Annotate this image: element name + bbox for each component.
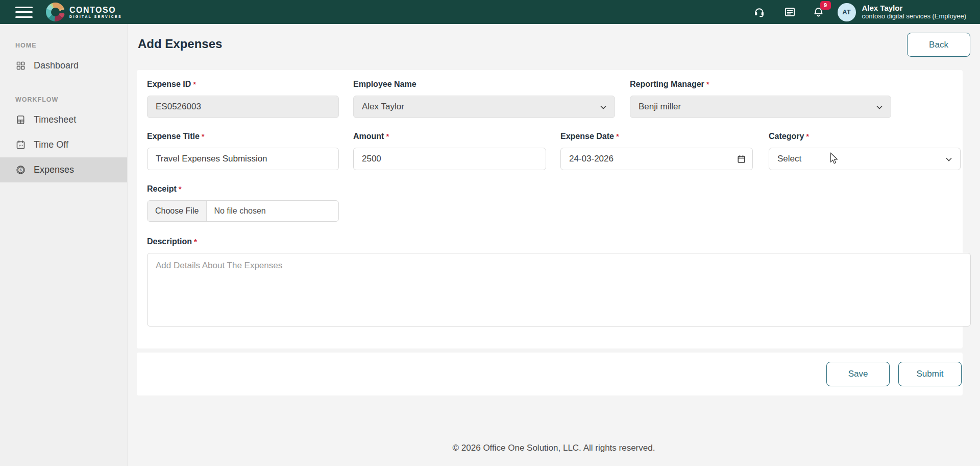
required-marker: *: [806, 132, 809, 141]
submit-button[interactable]: Submit: [898, 362, 962, 386]
chevron-down-icon: [599, 103, 607, 111]
required-marker: *: [179, 184, 182, 193]
sidebar-item-dashboard[interactable]: Dashboard: [0, 53, 127, 78]
sidebar-item-timesheet[interactable]: Timesheet: [0, 107, 127, 132]
expense-date-label: Expense Date*: [560, 132, 753, 141]
category-label: Category*: [769, 132, 961, 141]
required-marker: *: [616, 132, 619, 141]
main-content: Add Expenses Back Expense ID* Employee N…: [128, 24, 980, 466]
user-avatar[interactable]: AT: [838, 3, 856, 21]
user-org-role: contoso digital services (Employee): [862, 13, 966, 20]
app-header: CONTOSO DIGITAL SERVICES: [0, 0, 980, 24]
sidebar-item-label: Timesheet: [34, 114, 76, 125]
employee-name-select[interactable]: Alex Taylor: [353, 96, 615, 118]
category-select[interactable]: Select: [769, 148, 961, 170]
reporting-manager-value: Benji miller: [639, 102, 681, 112]
sidebar-item-timeoff[interactable]: Time Off: [0, 132, 127, 157]
notification-count-badge: 9: [820, 1, 831, 10]
chevron-down-icon: [945, 155, 953, 164]
expense-id-input: [147, 96, 339, 118]
contoso-logo-icon: [46, 3, 65, 21]
back-button[interactable]: Back: [907, 33, 970, 57]
user-menu[interactable]: Alex Taylor contoso digital services (Em…: [862, 4, 966, 20]
expense-form-card: Expense ID* Employee Name Alex Taylor Re…: [137, 70, 963, 348]
file-chosen-status: No file chosen: [207, 206, 265, 216]
page-title: Add Expenses: [138, 37, 222, 51]
sidebar-section-workflow: WORKFLOW: [15, 96, 127, 103]
svg-text:$: $: [19, 168, 22, 172]
category-value: Select: [777, 154, 801, 164]
sidebar-section-home: HOME: [15, 42, 127, 49]
expense-id-label: Expense ID*: [147, 80, 339, 89]
save-button[interactable]: Save: [826, 362, 890, 386]
sidebar-item-label: Expenses: [34, 165, 74, 175]
notifications-bell-icon[interactable]: 9: [812, 6, 825, 19]
timesheet-icon: [15, 114, 26, 125]
chevron-down-icon: [875, 103, 884, 111]
description-textarea[interactable]: [147, 253, 971, 327]
headset-icon[interactable]: [753, 6, 766, 19]
choose-file-button[interactable]: Choose File: [148, 201, 207, 221]
copyright-footer: © 2026 Office One Solution, LLC. All rig…: [128, 443, 980, 453]
calendar-icon: [15, 139, 26, 150]
sidebar-item-expenses[interactable]: $ Expenses: [0, 157, 127, 182]
receipt-label: Receipt*: [147, 184, 339, 194]
description-label: Description*: [147, 237, 971, 246]
sidebar-item-label: Dashboard: [34, 60, 79, 71]
hamburger-menu-icon[interactable]: [15, 7, 33, 18]
expense-title-label: Expense Title*: [147, 132, 339, 141]
expense-title-input[interactable]: [147, 148, 339, 170]
news-feed-icon[interactable]: [783, 6, 797, 19]
brand-tagline: DIGITAL SERVICES: [69, 14, 122, 19]
receipt-file-input[interactable]: Choose File No file chosen: [147, 200, 339, 222]
required-marker: *: [193, 80, 196, 88]
employee-name-label: Employee Name: [353, 80, 615, 89]
expense-date-input[interactable]: [560, 148, 753, 170]
user-name: Alex Taylor: [862, 4, 966, 12]
reporting-manager-select[interactable]: Benji miller: [630, 96, 891, 118]
sidebar-item-label: Time Off: [34, 139, 68, 150]
required-marker: *: [386, 132, 389, 141]
grid-icon: [15, 60, 26, 71]
required-marker: *: [194, 237, 197, 246]
employee-name-value: Alex Taylor: [362, 102, 404, 112]
reporting-manager-label: Reporting Manager*: [630, 80, 891, 89]
required-marker: *: [706, 80, 709, 88]
form-actions-card: Save Submit: [137, 353, 963, 395]
amount-input[interactable]: [353, 148, 546, 170]
required-marker: *: [202, 132, 205, 141]
brand-logo: CONTOSO DIGITAL SERVICES: [46, 3, 122, 21]
amount-label: Amount*: [353, 132, 546, 141]
sidebar: HOME Dashboard WORKFLOW Timesheet Time O…: [0, 24, 128, 466]
dollar-circle-icon: $: [15, 165, 26, 175]
brand-name: CONTOSO: [69, 6, 122, 14]
